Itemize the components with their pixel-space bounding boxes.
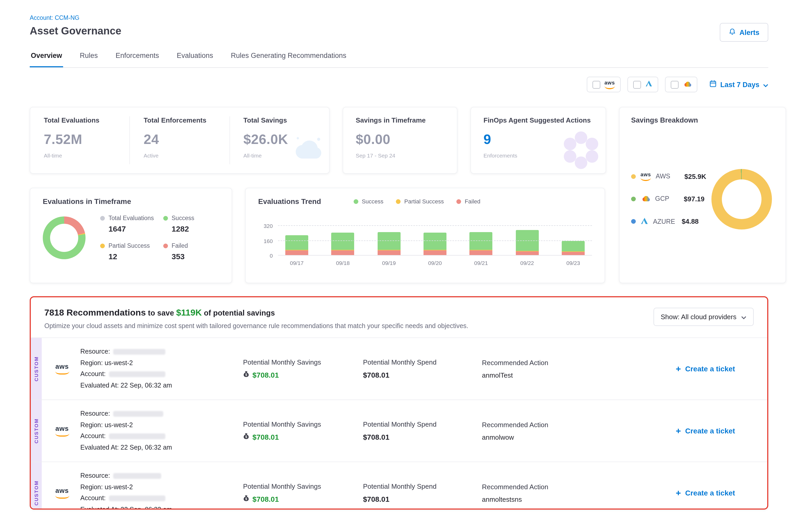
potential-monthly-savings: Potential Monthly Savings $ $708.01 [243,420,363,441]
gcp-checkbox[interactable] [671,81,679,89]
filter-row: aws [30,68,768,103]
tab-enforcements[interactable]: Enforcements [114,50,160,67]
resource-details: Resource: Region: us-west-2 Account: Eva… [80,471,243,510]
x-axis-labels: 09/1709/1809/1909/2009/2109/2209/23 [278,260,592,266]
date-range-label: Last 7 Days [720,81,759,89]
page-title: Asset Governance [30,25,768,37]
trend-bar [377,232,400,255]
money-bag-icon: $ [243,370,249,379]
evaluations-legend: Total Evaluations 1647 Success 1282 [100,215,219,261]
stat-subtitle: Enforcements [483,152,593,158]
potential-monthly-spend: Potential Monthly Spend $708.01 [363,420,482,441]
stat-value: $0.00 [356,131,444,148]
date-range-selector[interactable]: Last 7 Days [709,80,768,89]
recommendations-count: 7818 Recommendations [44,308,146,318]
totals-card: Total Evaluations 7.52M All-time Total E… [30,107,330,174]
card-title: Evaluations in Timeframe [43,197,219,206]
money-bag-icon: $ [243,433,249,441]
aws-icon: aws [51,363,73,375]
tab-rules[interactable]: Rules [79,50,99,67]
legend-gcp: GCP $97.19 [631,194,706,203]
redacted-account [109,433,165,439]
recommendation-row: CUSTOM aws Resource: Region: us-west-2 A… [31,338,767,400]
bar-segment-success [562,241,585,251]
provider-filter-azure[interactable] [627,77,658,92]
azure-icon [645,80,652,89]
page-header: Account: CCM-NG Asset Governance [30,0,768,37]
aws-checkbox[interactable] [592,81,600,89]
plus-icon: + [676,426,681,435]
bar-segment-success [377,232,400,250]
bar-segment-success [423,233,446,250]
redacted-account [109,495,165,501]
create-ticket-button[interactable]: + Create a ticket [676,489,735,497]
y-tick-label: 160 [264,238,273,244]
green-dot-icon [353,199,358,204]
trend-bar [516,230,538,255]
calendar-icon [709,80,717,89]
cloud-provider-filter-dropdown[interactable]: Show: All cloud providers [653,308,754,326]
redacted-resource [113,473,161,479]
account-breadcrumb[interactable]: Account: CCM-NG [30,15,768,21]
alerts-button[interactable]: Alerts [720,23,768,42]
provider-filter-aws[interactable]: aws [587,77,621,92]
trend-legend: Success Partial Success Failed [353,198,480,205]
gridline [278,240,592,241]
legend-success: Success [353,198,383,205]
stat-title: Savings in Timeframe [356,116,444,124]
create-ticket-button[interactable]: + Create a ticket [676,426,735,435]
x-tick-label: 09/21 [470,260,493,266]
x-tick-label: 09/17 [285,260,308,266]
gcp-icon [641,194,650,203]
recommendations-description: Optimize your cloud assets and minimize … [44,322,468,330]
potential-savings-amount: $119K [176,308,202,318]
potential-monthly-savings: Potential Monthly Savings $ $708.01 [243,482,363,504]
azure-checkbox[interactable] [633,81,641,89]
trend-bar [331,233,355,255]
x-tick-label: 09/19 [377,260,400,266]
bar-segment-success [331,233,355,250]
recommended-action: Recommended Action anmolwow [482,421,612,441]
evaluations-trend-card: Evaluations Trend Success Partial Succes… [245,188,605,283]
create-ticket-button[interactable]: + Create a ticket [676,364,735,373]
y-tick-label: 0 [270,252,273,259]
redacted-account [109,372,165,377]
stat-subtitle: All-time [243,152,316,158]
tab-overview[interactable]: Overview [30,50,63,67]
stat-value: 24 [144,131,216,148]
gridline [278,225,592,226]
x-tick-label: 09/23 [562,260,585,266]
summary-section: Total Evaluations 7.52M All-time Total E… [30,107,768,283]
blue-dot-icon [631,219,636,224]
tab-rules-generating-recommendations[interactable]: Rules Generating Recommendations [230,50,347,67]
stat-value: 7.52M [44,131,116,148]
tab-evaluations[interactable]: Evaluations [176,50,214,67]
aws-icon: aws [51,487,73,499]
trend-bar [470,232,493,255]
x-tick-label: 09/20 [423,260,446,266]
legend-failed: Failed [456,198,480,205]
aws-icon: aws [605,80,615,89]
gray-dot-icon [100,216,105,220]
x-tick-label: 09/18 [331,260,355,266]
green-dot-icon [631,196,636,201]
gridline [278,255,592,255]
evaluations-donut-chart [43,216,86,259]
legend-partial-success: Partial Success 12 [100,243,156,261]
yellow-dot-icon [100,243,105,248]
provider-filter-gcp[interactable] [665,77,697,92]
stat-subtitle: All-time [44,152,116,158]
recommendations-header: 7818 Recommendations to save $119K of po… [31,297,767,338]
total-savings-stat: Total Savings $26.0K All-time [229,116,329,164]
stat-value: $26.0K [243,131,316,148]
recommended-action: Recommended Action anmolTest [482,359,612,379]
custom-badge: CUSTOM [31,338,42,400]
plus-icon: + [676,489,681,497]
legend-success: Success 1282 [163,215,219,233]
total-evaluations-stat: Total Evaluations 7.52M All-time [30,116,130,164]
stat-title: FinOps Agent Suggested Actions [483,116,593,124]
svg-text:$: $ [245,496,247,500]
recommendation-row: CUSTOM aws Resource: Region: us-west-2 A… [31,400,767,461]
stat-subtitle: Active [144,152,216,158]
stat-title: Total Evaluations [44,116,116,124]
